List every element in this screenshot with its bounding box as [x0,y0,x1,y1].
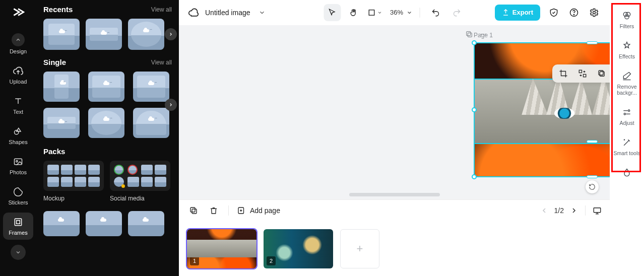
center-toolbar: 36% [324,4,465,21]
pack-mockup[interactable] [43,161,104,191]
effects-icon [621,40,632,51]
rb-adjust[interactable]: Adjust [613,103,641,133]
svg-point-2 [16,161,18,162]
packs-row: Mockup Social media [43,161,172,202]
rail-frames[interactable]: Frames [3,213,33,240]
resize-handle-ml[interactable] [472,107,477,112]
resize-handle-tl[interactable] [472,40,477,45]
svg-rect-24 [594,208,601,213]
prev-page-icon[interactable] [540,206,548,215]
select-tool[interactable] [324,4,341,21]
canvas-scrollbar[interactable] [349,193,440,196]
present-icon[interactable] [593,206,602,215]
pack-social[interactable] [110,161,170,191]
photo-icon [13,156,24,167]
top-bar: Untitled image 36% Export [179,0,610,25]
frame-thumb[interactable] [43,211,80,236]
document-title[interactable]: Untitled image [205,9,250,17]
rail-shapes[interactable]: Shapes [3,122,33,149]
resize-handle-top[interactable] [587,41,598,44]
page-more-icon[interactable] [479,30,487,38]
selected-image[interactable] [474,42,610,177]
next-page-icon[interactable] [570,206,578,215]
rb-label: Remove backgr... [613,84,641,96]
frame-thumb[interactable] [86,211,122,236]
duplicate-page-icon[interactable] [465,30,473,38]
duplicate-icon[interactable] [187,204,200,217]
rail-label: Design [10,48,27,54]
frames-icon [13,217,24,228]
frame-thumb[interactable]: ~ [43,108,80,138]
rail-photos[interactable]: Photos [3,152,33,179]
detach-icon[interactable] [596,67,608,80]
replace-icon[interactable] [576,67,589,80]
frame-thumb[interactable]: ~ [86,19,122,50]
svg-rect-22 [190,208,195,212]
rb-extra[interactable] [613,163,641,180]
frame-thumb[interactable] [128,211,164,236]
app-logo[interactable] [10,4,26,20]
rail-upload[interactable]: Upload [3,61,33,89]
svg-point-29 [624,113,625,115]
svg-point-8 [593,11,596,14]
rb-effects[interactable]: Effects [613,36,641,66]
frame-thumb[interactable]: ~ [133,108,169,138]
rail-stickers[interactable]: Stickers [3,182,33,210]
gear-icon[interactable] [588,6,601,19]
rail-label: Photos [10,169,27,175]
rb-filters[interactable]: Filters [613,6,641,36]
svg-rect-5 [369,10,374,15]
frame-thumb[interactable]: ~ [128,19,164,50]
svg-rect-14 [579,70,582,73]
single-grid: ~ ~ ~ ~ ~ ~ [43,72,172,138]
recents-view-all[interactable]: View all [151,6,172,13]
frame-thumb[interactable]: ~ [133,72,169,102]
resize-handle-bottom[interactable] [587,175,598,178]
zoom-control[interactable]: 36% [390,9,412,16]
zoom-value: 36% [390,9,403,16]
scroll-right-button[interactable] [165,28,177,40]
canvas[interactable]: Page 1 [179,25,610,199]
shield-icon[interactable] [547,6,560,19]
rb-smart-tools[interactable]: Smart tools [613,133,641,163]
rotate-handle[interactable] [586,180,599,193]
resize-handle-bl[interactable] [472,174,477,179]
trash-icon[interactable] [207,204,220,217]
rail-more-button[interactable] [11,245,26,260]
export-button[interactable]: Export [495,5,540,21]
rb-label: Filters [620,23,634,29]
rb-remove-bg[interactable]: Remove backgr... [613,66,641,103]
hand-tool[interactable] [345,4,362,21]
redo-button[interactable] [448,4,465,21]
main-area: Untitled image 36% Export [179,0,610,276]
rail-text[interactable]: Text [3,92,33,119]
frames-panel: Recents View all ~ ~ ~ Single View all ~… [36,0,179,276]
artboard-tool[interactable] [366,4,383,21]
add-page-slot[interactable]: + [340,229,379,268]
page-thumb-1[interactable]: 1 [187,229,256,268]
pages-bar: Add page 1/2 1 2 + [179,199,610,276]
inner-handle-bottom[interactable] [587,140,598,143]
page-thumb-2[interactable]: 2 [264,229,333,268]
help-icon[interactable] [567,6,581,19]
sliders-icon [621,107,632,118]
undo-button[interactable] [427,4,444,21]
frame-thumb[interactable]: ~ [43,72,80,102]
add-page-button[interactable]: Add page [237,206,280,215]
rail-design[interactable]: Design [3,29,33,58]
title-dropdown-icon[interactable] [259,9,266,16]
packs-title: Packs [43,147,65,156]
scroll-right-button[interactable] [165,99,177,111]
frame-thumb[interactable]: ~ [43,19,80,50]
single-title: Single [43,58,66,66]
page-nav: 1/2 [540,205,602,216]
crop-icon[interactable] [557,67,569,80]
left-rail: Design Upload Text Shapes Photos Sticker… [0,0,36,276]
frame-thumb[interactable]: ~ [88,72,124,102]
cloud-sync-icon[interactable] [188,7,199,18]
rail-label: Upload [10,79,27,85]
single-view-all[interactable]: View all [151,59,172,66]
frame-thumb[interactable]: ~ [88,108,124,138]
magic-wand-icon [621,137,632,148]
svg-rect-16 [600,72,604,76]
